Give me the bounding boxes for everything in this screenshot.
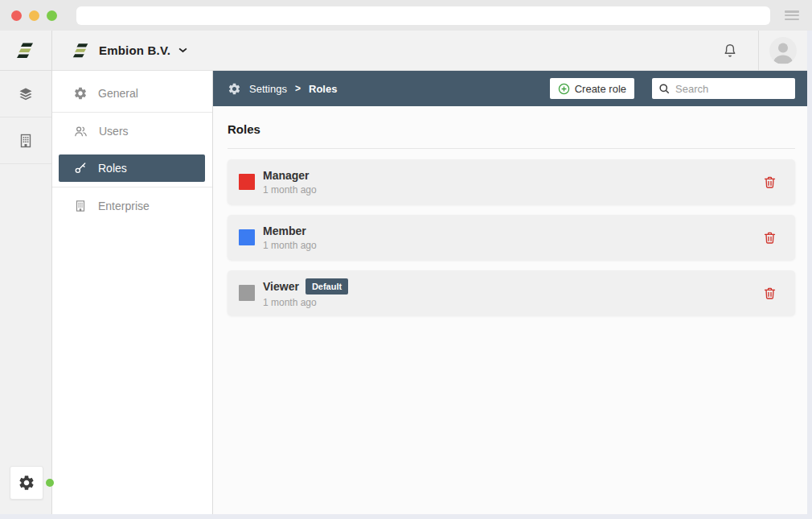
create-role-button[interactable]: Create role xyxy=(550,78,634,99)
breadcrumb-bar: Settings > Roles Create role xyxy=(213,71,807,106)
role-timestamp: 1 month ago xyxy=(263,184,317,196)
title-divider xyxy=(228,148,795,149)
gear-icon xyxy=(228,82,241,96)
role-list: Manager 1 month ago xyxy=(228,159,795,315)
window-controls xyxy=(11,10,57,21)
embion-logo xyxy=(72,41,91,60)
chevron-down-icon xyxy=(178,47,187,53)
app-header: Embion B.V. xyxy=(52,31,807,71)
main-panel: Settings > Roles Create role xyxy=(213,71,807,514)
key-icon xyxy=(73,161,88,175)
sidebar-item-label: Enterprise xyxy=(98,200,150,212)
online-status-dot xyxy=(46,479,54,487)
breadcrumb-settings[interactable]: Settings xyxy=(249,83,287,95)
role-name: Member xyxy=(263,224,306,237)
settings-nav: General Users xyxy=(52,71,213,514)
role-name: Viewer xyxy=(263,280,299,293)
zoom-window-button[interactable] xyxy=(47,10,57,21)
icon-rail xyxy=(0,31,52,514)
app-body: General Users xyxy=(52,71,807,514)
trash-icon[interactable] xyxy=(761,173,779,192)
trash-icon[interactable] xyxy=(761,284,779,303)
sidebar-item-label: General xyxy=(98,87,138,100)
browser-chrome xyxy=(0,0,812,31)
search-icon xyxy=(658,83,671,95)
role-color-swatch xyxy=(239,229,255,245)
browser-menu-icon[interactable] xyxy=(783,9,801,22)
sidebar-item-users[interactable]: Users xyxy=(52,113,212,150)
url-bar[interactable] xyxy=(76,6,770,25)
company-name: Embion B.V. xyxy=(99,43,170,57)
create-role-label: Create role xyxy=(575,83,626,95)
role-timestamp: 1 month ago xyxy=(263,297,348,308)
app-window: Embion B.V. xyxy=(0,31,807,514)
building-icon xyxy=(73,199,88,213)
rail-footer xyxy=(0,463,51,514)
company-selector[interactable]: Embion B.V. xyxy=(72,41,187,60)
role-meta: Manager 1 month ago xyxy=(263,169,317,196)
avatar[interactable] xyxy=(769,36,798,65)
role-row-member[interactable]: Member 1 month ago xyxy=(228,215,795,260)
minimize-window-button[interactable] xyxy=(29,10,39,21)
settings-gear-icon[interactable] xyxy=(10,466,43,500)
breadcrumb-current-page: Roles xyxy=(309,83,337,95)
embion-logo xyxy=(0,31,51,71)
role-row-viewer[interactable]: Viewer Default 1 month ago xyxy=(228,270,795,315)
header-divider xyxy=(758,31,759,71)
screen: Embion B.V. xyxy=(0,0,812,519)
rail-spacer xyxy=(0,164,51,463)
page-title: Roles xyxy=(228,122,795,136)
plus-circle-icon xyxy=(558,83,570,95)
role-meta: Member 1 month ago xyxy=(263,224,317,251)
close-window-button[interactable] xyxy=(11,10,22,21)
breadcrumb-separator: > xyxy=(295,83,301,94)
layers-icon[interactable] xyxy=(0,71,51,117)
trash-icon[interactable] xyxy=(761,229,779,247)
role-row-manager[interactable]: Manager 1 month ago xyxy=(228,159,795,204)
role-meta: Viewer Default 1 month ago xyxy=(263,278,348,308)
users-icon xyxy=(73,124,88,139)
sidebar-item-label: Users xyxy=(99,125,129,138)
building-icon[interactable] xyxy=(0,117,51,164)
search-box xyxy=(652,78,795,99)
sidebar-item-general[interactable]: General xyxy=(52,75,212,112)
role-timestamp: 1 month ago xyxy=(263,240,317,251)
roles-content: Roles Manager 1 month ago xyxy=(213,106,807,514)
role-color-swatch xyxy=(239,285,255,301)
sidebar-item-roles[interactable]: Roles xyxy=(59,154,205,182)
role-name: Manager xyxy=(263,169,310,182)
search-input[interactable] xyxy=(675,83,789,95)
sidebar-item-label: Roles xyxy=(98,162,127,175)
app-main-column: Embion B.V. xyxy=(52,31,807,514)
sidebar-item-enterprise[interactable]: Enterprise xyxy=(52,187,212,224)
bell-icon[interactable] xyxy=(721,42,739,60)
role-color-swatch xyxy=(239,174,255,190)
gear-icon xyxy=(73,86,88,101)
default-badge: Default xyxy=(306,278,348,295)
